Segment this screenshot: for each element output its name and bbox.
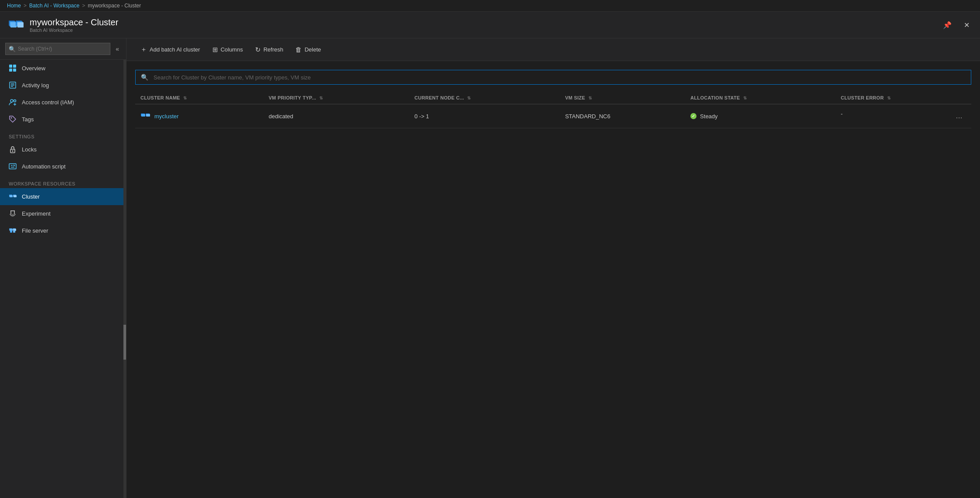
cluster-search-filter: 🔍 <box>135 70 971 85</box>
sidebar-item-tags[interactable]: Tags <box>0 111 123 128</box>
sidebar-scrollbar[interactable] <box>123 60 126 498</box>
sidebar-item-experiment-label: Experiment <box>22 210 51 217</box>
svg-rect-19 <box>9 164 16 169</box>
sidebar-scrollbar-thumb[interactable] <box>123 325 126 360</box>
sidebar-item-tags-label: Tags <box>22 116 34 123</box>
cell-vm-priority: dedicated <box>263 104 409 128</box>
refresh-label: Refresh <box>263 46 283 53</box>
sidebar-item-automation-label: Automation script <box>22 163 65 170</box>
page-subtitle: Batch AI Workspace <box>30 27 118 33</box>
table-header-row: CLUSTER NAME ⇅ VM PRIORITY TYP... ⇅ CURR… <box>135 92 971 104</box>
sidebar-item-cluster-label: Cluster <box>22 193 40 200</box>
col-allocation-state-sort[interactable]: ⇅ <box>743 96 747 100</box>
sidebar-item-iam[interactable]: Access control (IAM) <box>0 94 123 111</box>
search-box-container: 🔍 « <box>0 38 126 60</box>
add-icon: ＋ <box>140 45 147 54</box>
cluster-name-link[interactable]: mycluster <box>140 111 258 121</box>
content-area: ＋ Add batch AI cluster ⊞ Columns ↻ Refre… <box>126 38 980 498</box>
collapse-sidebar-button[interactable]: « <box>114 44 121 54</box>
main-layout: 🔍 « Overview <box>0 38 980 498</box>
cell-current-node: 0 -> 1 <box>409 104 560 128</box>
row-menu-button[interactable]: … <box>952 110 966 122</box>
refresh-icon: ↻ <box>255 46 261 54</box>
col-cluster-error: CLUSTER ERROR ⇅ <box>836 92 971 104</box>
cell-cluster-error: - … <box>836 104 971 128</box>
sidebar-item-locks-label: Locks <box>22 146 37 153</box>
sidebar-item-locks[interactable]: Locks <box>0 141 123 158</box>
search-icon: 🔍 <box>9 46 16 52</box>
svg-rect-26 <box>14 195 17 197</box>
cluster-search-input[interactable] <box>154 71 971 84</box>
app-icon <box>7 16 24 34</box>
close-button[interactable]: ✕ <box>960 19 973 31</box>
sidebar-search-input[interactable] <box>5 43 110 55</box>
columns-button[interactable]: ⊞ Columns <box>207 43 248 56</box>
breadcrumb: Home > Batch AI - Workspace > myworkspac… <box>0 0 980 12</box>
cluster-row-icon <box>140 111 150 121</box>
sidebar-item-experiment[interactable]: Experiment <box>0 205 123 222</box>
sidebar: 🔍 « Overview <box>0 38 126 498</box>
breadcrumb-home[interactable]: Home <box>7 3 21 9</box>
cell-allocation-state: Steady <box>685 104 836 128</box>
svg-point-18 <box>12 151 14 152</box>
status-indicator <box>690 113 697 119</box>
header-left: myworkspace - Cluster Batch AI Workspace <box>7 16 118 34</box>
col-current-node-label: CURRENT NODE C... <box>414 95 464 100</box>
svg-rect-2 <box>10 22 17 27</box>
sidebar-item-automation[interactable]: Automation script <box>0 158 123 175</box>
iam-icon <box>9 98 17 106</box>
svg-point-16 <box>11 117 12 119</box>
header-actions: 📌 ✕ <box>939 19 973 31</box>
col-current-node-sort[interactable]: ⇅ <box>467 96 471 100</box>
settings-section-label: SETTINGS <box>0 128 123 141</box>
allocation-state-value: Steady <box>700 113 717 120</box>
sidebar-item-overview[interactable]: Overview <box>0 60 123 77</box>
sidebar-item-overview-label: Overview <box>22 65 45 72</box>
current-node-value: 0 -> 1 <box>414 113 429 120</box>
sidebar-content: Overview Activity log <box>0 60 123 498</box>
app-header: myworkspace - Cluster Batch AI Workspace… <box>0 12 980 38</box>
page-title: myworkspace - Cluster <box>30 17 118 27</box>
sidebar-scroll-area: Overview Activity log <box>0 60 126 498</box>
delete-button[interactable]: 🗑 Delete <box>290 43 326 56</box>
pin-button[interactable]: 📌 <box>939 19 955 31</box>
allocation-state-cell: Steady <box>690 113 830 120</box>
automation-icon <box>9 162 17 170</box>
cluster-name-value: mycluster <box>154 113 179 120</box>
sidebar-item-cluster[interactable]: Cluster <box>0 188 123 205</box>
columns-icon: ⊞ <box>212 46 218 54</box>
add-cluster-button[interactable]: ＋ Add batch AI cluster <box>135 43 205 56</box>
col-vm-priority-sort[interactable]: ⇅ <box>319 96 323 100</box>
col-cluster-error-sort[interactable]: ⇅ <box>887 96 891 100</box>
breadcrumb-current: myworkspace - Cluster <box>88 3 141 9</box>
col-cluster-name-sort[interactable]: ⇅ <box>183 96 187 100</box>
breadcrumb-workspace[interactable]: Batch AI - Workspace <box>29 3 79 9</box>
workspace-section-label: WORKSPACE RESOURCES <box>0 175 123 188</box>
content-body: 🔍 CLUSTER NAME ⇅ VM PRIORITY TYP... ⇅ <box>126 61 980 498</box>
svg-point-15 <box>14 100 16 102</box>
columns-label: Columns <box>221 46 243 53</box>
refresh-button[interactable]: ↻ Refresh <box>250 43 289 56</box>
cluster-nav-icon <box>9 192 17 200</box>
delete-icon: 🗑 <box>295 46 302 53</box>
add-cluster-label: Add batch AI cluster <box>150 46 200 53</box>
cell-cluster-name: mycluster <box>135 104 263 128</box>
svg-point-14 <box>10 100 13 102</box>
table-row: mycluster dedicated 0 -> 1 STANDARD_NC6 <box>135 104 971 128</box>
sidebar-item-activity-log[interactable]: Activity log <box>0 77 123 94</box>
cluster-error-value: - <box>841 110 843 117</box>
sidebar-item-fileserver[interactable]: File server <box>0 222 123 239</box>
svg-rect-8 <box>9 69 12 72</box>
col-current-node: CURRENT NODE C... ⇅ <box>409 92 560 104</box>
fileserver-icon <box>9 227 17 234</box>
breadcrumb-sep2: > <box>82 3 85 9</box>
header-titles: myworkspace - Cluster Batch AI Workspace <box>30 17 118 33</box>
col-vm-size-sort[interactable]: ⇅ <box>588 96 592 100</box>
filter-search-icon: 🔍 <box>136 70 154 84</box>
cell-vm-size: STANDARD_NC6 <box>560 104 685 128</box>
experiment-icon <box>9 210 17 217</box>
sidebar-item-iam-label: Access control (IAM) <box>22 99 74 106</box>
svg-marker-22 <box>14 165 15 166</box>
col-vm-size: VM SIZE ⇅ <box>560 92 685 104</box>
toolbar: ＋ Add batch AI cluster ⊞ Columns ↻ Refre… <box>126 38 980 61</box>
